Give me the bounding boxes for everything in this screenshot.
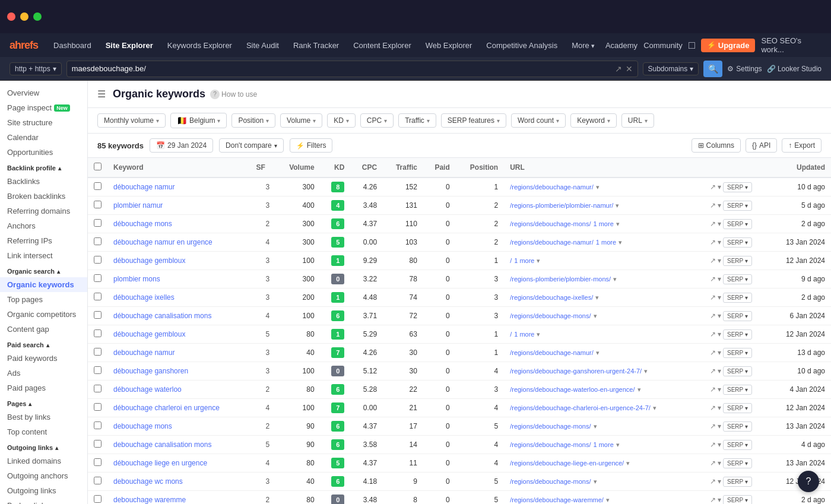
keyword-link[interactable]: débouchage mons <box>113 220 172 228</box>
community-link[interactable]: Community <box>643 41 683 50</box>
url-link[interactable]: /regions/debouchage-namur/ <box>510 239 594 246</box>
sidebar-section-organic-search[interactable]: Organic search <box>0 263 87 277</box>
trend-down-icon[interactable]: ▾ <box>718 385 721 394</box>
date-picker[interactable]: 29 Jan 2024 <box>150 138 213 153</box>
academy-link[interactable]: Academy <box>605 41 637 50</box>
sidebar-item-outgoing-anchors[interactable]: Outgoing anchors <box>0 468 87 483</box>
row-checkbox-cell[interactable] <box>88 215 107 233</box>
url-dropdown-icon[interactable]: ▾ <box>606 496 610 504</box>
settings-button[interactable]: Settings <box>727 65 762 73</box>
serp-button[interactable]: SERP ▾ <box>723 385 752 395</box>
url-link[interactable]: / <box>510 257 512 264</box>
trend-icon[interactable]: ↗ <box>710 220 716 228</box>
serp-button[interactable]: SERP ▾ <box>723 477 752 487</box>
how-to-link[interactable]: How to use <box>210 90 257 99</box>
url-link[interactable]: /regions-plomberie/plombier-namur/ <box>510 202 613 209</box>
nav-site-audit[interactable]: Site Audit <box>240 39 285 52</box>
serp-button[interactable]: SERP ▾ <box>723 311 752 321</box>
nav-site-explorer[interactable]: Site Explorer <box>100 39 159 52</box>
row-checkbox-cell[interactable] <box>88 454 107 473</box>
url-dropdown-icon[interactable]: ▾ <box>594 312 597 320</box>
position-header[interactable]: Position <box>456 158 504 177</box>
trend-down-icon[interactable]: ▾ <box>718 348 721 357</box>
row-checkbox-cell[interactable] <box>88 491 107 505</box>
position-filter[interactable]: Position ▾ <box>231 113 275 128</box>
serp-button[interactable]: SERP ▾ <box>723 440 752 450</box>
row-checkbox-cell[interactable] <box>88 196 107 215</box>
row-checkbox-cell[interactable] <box>88 473 107 491</box>
keyword-filter[interactable]: Keyword ▾ <box>570 113 617 128</box>
url-filter[interactable]: URL ▾ <box>621 113 654 128</box>
nav-more[interactable]: More <box>566 39 601 52</box>
trend-down-icon[interactable]: ▾ <box>718 459 721 467</box>
serp-button[interactable]: SERP ▾ <box>723 293 752 303</box>
row-checkbox-cell[interactable] <box>88 307 107 325</box>
url-dropdown-icon[interactable]: ▾ <box>595 294 599 302</box>
trend-down-icon[interactable]: ▾ <box>718 404 721 412</box>
trend-down-icon[interactable]: ▾ <box>718 256 721 265</box>
url-link[interactable]: /regions/debouchage-mons/ <box>510 423 591 430</box>
serp-button[interactable]: SERP ▾ <box>723 348 752 358</box>
url-link[interactable]: /regions/debouchage-namur/ <box>510 183 594 191</box>
row-checkbox-cell[interactable] <box>88 177 107 196</box>
trend-icon[interactable]: ↗ <box>710 367 716 375</box>
url-dropdown-icon[interactable]: ▾ <box>616 202 619 210</box>
search-button[interactable]: 🔍 <box>703 61 722 77</box>
row-checkbox-cell[interactable] <box>88 362 107 381</box>
nav-dashboard[interactable]: Dashboard <box>47 39 97 52</box>
clear-icon[interactable]: ✕ <box>626 64 633 74</box>
open-external-icon[interactable]: ↗ <box>615 64 622 74</box>
row-checkbox-cell[interactable] <box>88 233 107 252</box>
sidebar-item-broken-backlinks[interactable]: Broken backlinks <box>0 189 87 204</box>
url-link[interactable]: /regions/debouchage-liege-en-urgence/ <box>510 459 624 467</box>
trend-icon[interactable]: ↗ <box>710 459 716 467</box>
trend-down-icon[interactable]: ▾ <box>718 477 721 486</box>
sidebar-item-link-intersect[interactable]: Link intersect <box>0 248 87 263</box>
sidebar-section-pages[interactable]: Pages <box>0 395 87 410</box>
sidebar-item-broken-links[interactable]: Broken links <box>0 498 87 504</box>
keyword-link[interactable]: débouchage gembloux <box>113 256 185 265</box>
serp-button[interactable]: SERP ▾ <box>723 201 752 211</box>
trend-icon[interactable]: ↗ <box>710 256 716 265</box>
help-button[interactable]: ? <box>798 471 819 492</box>
trend-icon[interactable]: ↗ <box>710 496 716 504</box>
trend-icon[interactable]: ↗ <box>710 201 716 210</box>
keyword-link[interactable]: debouchage wc mons <box>113 477 183 486</box>
url-link[interactable]: / <box>510 331 512 338</box>
trend-icon[interactable]: ↗ <box>710 477 716 486</box>
url-dropdown-icon[interactable]: ▾ <box>626 459 630 467</box>
trend-down-icon[interactable]: ▾ <box>718 201 721 210</box>
sidebar-item-opportunities[interactable]: Opportunities <box>0 145 87 160</box>
url-link[interactable]: /regions/debouchage-mons/ <box>510 441 591 448</box>
trend-icon[interactable]: ↗ <box>710 183 716 191</box>
sidebar-item-outgoing-links[interactable]: Outgoing links <box>0 483 87 498</box>
row-checkbox-cell[interactable] <box>88 381 107 399</box>
keyword-header[interactable]: Keyword <box>107 158 250 177</box>
serp-button[interactable]: SERP ▾ <box>723 495 752 505</box>
trend-down-icon[interactable]: ▾ <box>718 312 721 320</box>
sidebar-item-overview[interactable]: Overview <box>0 85 87 100</box>
url-link[interactable]: /regions/debouchage-namur/ <box>510 349 594 356</box>
trend-icon[interactable]: ↗ <box>710 404 716 412</box>
trend-icon[interactable]: ↗ <box>710 385 716 394</box>
serp-button[interactable]: SERP ▾ <box>723 329 752 340</box>
url-dropdown-icon[interactable]: ▾ <box>653 404 656 412</box>
upgrade-button[interactable]: Upgrade <box>701 39 756 52</box>
url-link[interactable]: /regions/debouchage-ixelles/ <box>510 294 593 301</box>
columns-button[interactable]: ⊞ Columns <box>692 138 741 153</box>
url-dropdown-icon[interactable]: ▾ <box>613 275 617 283</box>
trend-down-icon[interactable]: ▾ <box>718 183 721 191</box>
protocol-selector[interactable]: http + https <box>9 62 62 75</box>
paid-header[interactable]: Paid <box>423 158 456 177</box>
more-urls-link[interactable]: 1 more <box>514 257 534 264</box>
more-urls-link[interactable]: 1 more <box>514 331 534 338</box>
keyword-link[interactable]: debouchage mons <box>113 422 172 430</box>
trend-icon[interactable]: ↗ <box>710 275 716 283</box>
url-dropdown-icon[interactable]: ▾ <box>594 478 597 486</box>
serp-button[interactable]: SERP ▾ <box>723 256 752 266</box>
serp-button[interactable]: SERP ▾ <box>723 219 752 229</box>
trend-down-icon[interactable]: ▾ <box>718 422 721 430</box>
traffic-header[interactable]: Traffic <box>383 158 423 177</box>
keyword-link[interactable]: débouchage namur en urgence <box>113 238 212 246</box>
sidebar-item-calendar[interactable]: Calendar <box>0 130 87 145</box>
